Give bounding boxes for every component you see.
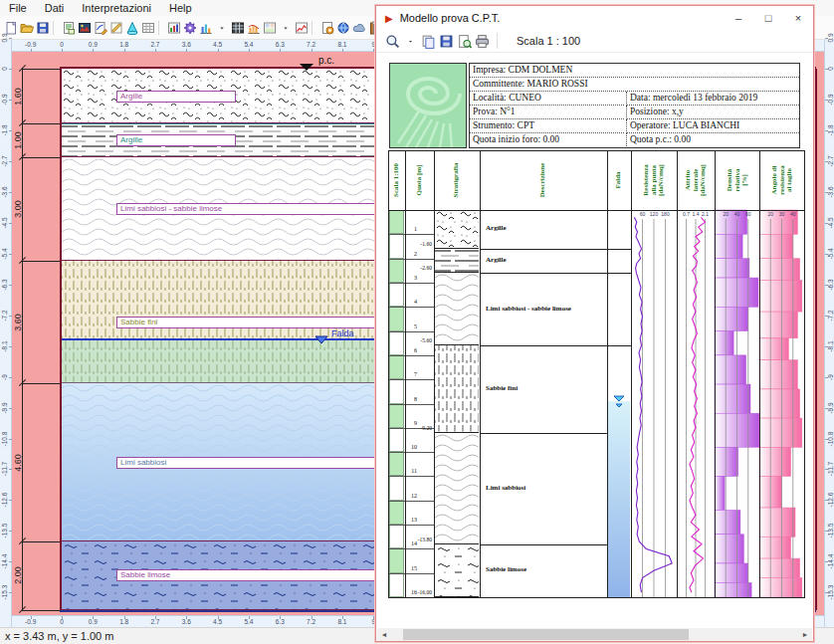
- zoom-magnifier-icon[interactable]: [383, 32, 401, 50]
- dialog-modello-prova-cpt[interactable]: ▶ Modello prova C.P.T. – □ × Scala 1 : 1…: [375, 5, 814, 642]
- ruler-tick-label: 2.7: [147, 41, 163, 48]
- ruler-tick-label: -3.6: [827, 186, 834, 197]
- html-export-icon[interactable]: [320, 20, 335, 36]
- ruler-tick: [93, 616, 94, 619]
- matrix-table-icon[interactable]: [231, 20, 246, 36]
- ruler-tick: [825, 316, 828, 317]
- ruler-tick: [9, 316, 12, 317]
- meter-tick-line: [388, 379, 434, 380]
- ruler-tick-label: 1.8: [116, 618, 132, 625]
- cpt-report-table: Scala 1:100Quota [m]StratigrafiaDescrizi…: [376, 53, 813, 641]
- dialog-title: Modello prova C.P.T.: [400, 12, 724, 24]
- column-header: Densità relativa [%]: [715, 150, 759, 210]
- ruler-tick-label: -9.9: [827, 402, 834, 413]
- scale-block: [389, 331, 404, 355]
- dropdown-arrow-icon[interactable]: [215, 20, 230, 36]
- ruler-tick-label: -2.7: [1, 155, 8, 166]
- panel-chart-icon[interactable]: [263, 20, 278, 36]
- settings-gear-icon[interactable]: [183, 20, 198, 36]
- menu-file[interactable]: File: [0, 2, 36, 14]
- dialog-horizontal-scrollbar[interactable]: ◄ ►: [377, 628, 812, 641]
- ruler-tick: [825, 346, 828, 347]
- falda-water-column: [608, 401, 630, 597]
- report-document-icon[interactable]: [62, 20, 77, 36]
- ruler-tick: [825, 439, 828, 440]
- meter-label: 10: [405, 444, 417, 450]
- column-header: Resistenza alla punta [daN/cmq]: [631, 150, 677, 210]
- image-view-icon[interactable]: [78, 20, 93, 36]
- scrollbar-thumb[interactable]: [403, 629, 689, 640]
- web-globe-icon[interactable]: [336, 20, 351, 36]
- ruler-tick-label: 7.2: [304, 41, 319, 48]
- meter-label: 12: [405, 493, 417, 499]
- ruler-tick: [9, 469, 12, 470]
- ruler-tick: [312, 49, 313, 52]
- column-header-label: Attrito laterale [daN/cmq]: [685, 151, 708, 209]
- print-preview: Impresa: CDM DOLMEN Committente: MARIO R…: [376, 53, 813, 641]
- ruler-tick: [9, 439, 12, 440]
- column-header: Descrizione: [480, 150, 607, 210]
- ruler-tick: [31, 49, 32, 52]
- meter-tick-line: [388, 452, 434, 453]
- column-header-label: Scala 1:100: [393, 151, 401, 209]
- ruler-tick-label: 4.5: [210, 618, 226, 625]
- menu-interpretazioni[interactable]: Interpretazioni: [73, 2, 160, 14]
- ruler-tick: [9, 223, 12, 224]
- ruler-tick: [825, 69, 828, 70]
- minimize-button[interactable]: –: [724, 7, 753, 29]
- descrizione-label: Limi sabbiosi - sabbie limose: [486, 305, 603, 313]
- cloud-export-icon[interactable]: [352, 20, 367, 36]
- export-view-icon[interactable]: [455, 32, 473, 50]
- dropdown-arrow-icon[interactable]: [279, 20, 294, 36]
- dialog-app-icon: ▶: [385, 13, 393, 24]
- ruler-tick-label: -4.5: [827, 217, 834, 228]
- grid-table-icon[interactable]: [141, 20, 156, 36]
- save-icon[interactable]: [437, 32, 455, 50]
- ruler-tick: [9, 500, 12, 501]
- ruler-tick-label: -0.9: [1, 94, 8, 105]
- ruler-tick-label: -6.3: [1, 279, 8, 290]
- menu-help[interactable]: Help: [160, 2, 201, 14]
- plot-tick-label: 180: [659, 211, 673, 217]
- plot-bars-3: [759, 210, 804, 597]
- ruler-tick: [62, 49, 63, 52]
- strat-cell: [435, 433, 479, 544]
- bar-chart-icon[interactable]: [199, 20, 214, 36]
- scroll-right-arrow-icon[interactable]: ►: [798, 631, 812, 638]
- note-edit-icon[interactable]: [109, 20, 124, 36]
- table-grid-hline: [388, 150, 805, 151]
- cone-tool-icon[interactable]: [125, 20, 140, 36]
- histogram-icon[interactable]: [247, 20, 262, 36]
- table-grid-vline: [759, 150, 760, 597]
- menu-dati[interactable]: Dati: [36, 2, 74, 14]
- boundary-depth-label: -16.00: [410, 589, 432, 595]
- ruler-tick: [312, 616, 313, 619]
- table-grid-vline: [804, 150, 805, 597]
- column-header-label: Resistenza alla punta [daN/cmq]: [643, 151, 666, 209]
- scale-block: [389, 355, 404, 379]
- print-icon[interactable]: [473, 32, 491, 50]
- maximize-button[interactable]: □: [753, 7, 783, 29]
- plot-curve-1: [677, 210, 715, 597]
- line-chart-icon[interactable]: [295, 20, 310, 36]
- dropdown-arrow-icon[interactable]: [401, 32, 419, 50]
- scroll-left-arrow-icon[interactable]: ◄: [377, 631, 391, 638]
- ruler-tick-label: -8.1: [827, 340, 834, 351]
- open-folder-icon[interactable]: [20, 20, 35, 36]
- descrizione-label: Limi sabbiosi: [486, 484, 603, 492]
- ruler-tick-label: 4.5: [210, 41, 226, 48]
- chart-image-icon[interactable]: [167, 20, 182, 36]
- table-grid-vline: [631, 150, 632, 597]
- meter-tick-line: [388, 573, 434, 574]
- dialog-title-bar[interactable]: ▶ Modello prova C.P.T. – □ ×: [376, 6, 813, 30]
- ruler-tick: [9, 592, 12, 593]
- copy-icon[interactable]: [419, 32, 437, 50]
- layer-boundary-line: [480, 544, 607, 545]
- close-button[interactable]: ×: [783, 7, 813, 29]
- column-header: Quota [m]: [405, 150, 434, 210]
- ruler-tick: [186, 49, 187, 52]
- profile-edit-icon[interactable]: [94, 20, 108, 36]
- ruler-tick: [825, 192, 828, 193]
- save-icon[interactable]: [36, 20, 51, 36]
- column-header: Stratigrafia: [434, 150, 480, 210]
